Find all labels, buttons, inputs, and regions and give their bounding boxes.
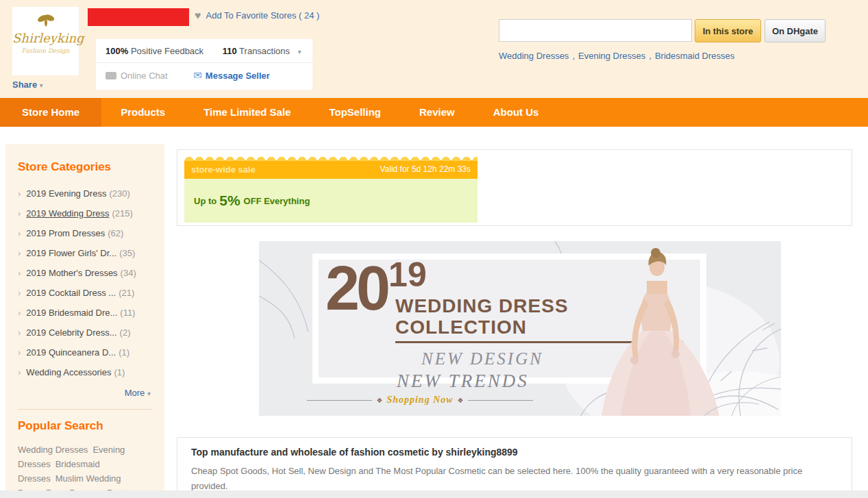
category-count: (11) [120, 308, 135, 318]
add-to-favorites-link[interactable]: ♥Add To Favorite Stores ( 24 ) [195, 10, 319, 22]
quick-link-separator: , [649, 51, 652, 61]
sale-offer-prefix: Up to [194, 196, 216, 206]
popular-search-title: Popular Search [18, 419, 152, 433]
transactions-value: 110 [223, 46, 237, 56]
quick-link-evening-dresses[interactable]: Evening Dresses [578, 51, 645, 61]
category-item[interactable]: ›2019 Wedding Dress(215) [18, 203, 152, 223]
contact-row: Online Chat ✉Message Seller [96, 63, 312, 88]
category-count: (230) [109, 188, 129, 199]
share-link[interactable]: Share ▾ [12, 79, 43, 90]
chevron-right-icon: › [18, 248, 21, 258]
search-in-store-button[interactable]: In this store [695, 19, 761, 42]
message-seller-link[interactable]: ✉Message Seller [193, 71, 270, 81]
banner-divider-rule [395, 341, 683, 343]
category-count: (21) [119, 288, 134, 298]
chevron-down-icon[interactable]: ▾ [298, 48, 301, 55]
sidebar-divider [18, 409, 152, 410]
sale-badge-label: store-wide sale [191, 160, 256, 179]
banner-titles: WEDDING DRESS COLLECTION NEW DESIGN NEW … [395, 295, 700, 392]
chevron-right-icon: › [18, 268, 21, 278]
category-count: (34) [121, 268, 136, 278]
sale-countdown: Valid for 5d 12h 22m 33s [380, 160, 471, 179]
butterfly-icon [36, 14, 55, 27]
category-label[interactable]: 2019 Wedding Dress [26, 208, 109, 219]
category-item[interactable]: ›2019 Prom Dresses(62) [18, 223, 152, 243]
store-wide-sale-card: store-wide sale Valid for 5d 12h 22m 33s… [177, 149, 852, 226]
nav-about-us[interactable]: About Us [474, 98, 558, 127]
store-logo[interactable]: Shirleyking Fashion Design [12, 7, 79, 75]
chevron-right-icon: › [18, 347, 21, 358]
online-chat-link[interactable]: Online Chat [121, 71, 168, 81]
quick-link-bridesmaid-dresses[interactable]: Bridesmaid Dresses [655, 51, 734, 61]
cta-line-right [468, 400, 533, 401]
chevron-right-icon: › [18, 367, 21, 377]
shopping-now-link[interactable]: Shopping Now [386, 395, 453, 406]
chevron-down-icon: ▾ [147, 390, 151, 397]
category-label[interactable]: 2019 Evening Dress [26, 188, 106, 199]
category-item[interactable]: ›2019 Evening Dress(230) [18, 184, 152, 203]
category-label[interactable]: 2019 Celebrity Dress... [26, 327, 116, 338]
category-label[interactable]: 2019 Bridesmaid Dre... [26, 308, 117, 318]
favorite-label[interactable]: Add To Favorite Stores ( 24 ) [206, 10, 320, 21]
banner-text-frame: 20 19 WEDDING DRESS COLLECTION NEW DESIG… [312, 253, 706, 384]
feedback-value: 100% [106, 46, 128, 56]
chevron-right-icon: › [18, 188, 21, 199]
logo-tagline-text: Fashion Design [12, 47, 79, 54]
popular-term[interactable]: Wedding Dresses [18, 445, 88, 455]
category-item[interactable]: ›2019 Cocktail Dress ...(21) [18, 283, 152, 303]
category-label[interactable]: 2019 Quinceanera D... [26, 347, 116, 358]
category-count: (2) [120, 327, 131, 338]
nav-review[interactable]: Review [400, 98, 474, 127]
popular-search-terms: Wedding DressesEvening DressesBridesmaid… [18, 443, 152, 498]
category-list: ›2019 Evening Dress(230) ›2019 Wedding D… [18, 184, 152, 382]
banner-subtitle-line2: NEW TRENDS [397, 371, 700, 392]
envelope-icon: ✉ [193, 69, 202, 81]
chevron-right-icon: › [18, 327, 21, 338]
sale-ribbon: store-wide sale Valid for 5d 12h 22m 33s [184, 160, 478, 179]
sidebar: Store Categories ›2019 Evening Dress(230… [5, 144, 164, 498]
ornament-icon: ❖ [376, 397, 382, 404]
store-description-title: Top manufacture and wholesale of fashion… [191, 447, 838, 458]
category-item[interactable]: ›2019 Flower Girls' Dr...(35) [18, 243, 152, 263]
nav-time-limited-sale[interactable]: Time Limited Sale [184, 98, 310, 127]
store-header: Shirleyking Fashion Design Share ▾ ♥Add … [0, 0, 868, 98]
nav-products[interactable]: Products [101, 98, 184, 127]
banner-title-line1: WEDDING DRESS [395, 295, 700, 316]
category-item[interactable]: ›2019 Quinceanera D...(1) [18, 343, 152, 362]
search-on-dhgate-button[interactable]: On DHgate [765, 19, 826, 42]
category-count: (215) [112, 208, 133, 219]
category-label[interactable]: Wedding Accessories [26, 367, 111, 377]
category-label[interactable]: 2019 Mother's Dresses [26, 268, 117, 278]
quick-link-wedding-dresses[interactable]: Wedding Dresses [499, 51, 569, 61]
page-bottom-band [0, 490, 868, 498]
promo-banner[interactable]: 20 19 WEDDING DRESS COLLECTION NEW DESIG… [259, 241, 781, 416]
category-item[interactable]: ›Wedding Accessories(1) [18, 362, 152, 382]
quick-link-separator: , [572, 51, 575, 61]
sale-offer-value: 5% [219, 192, 240, 209]
category-item[interactable]: ›2019 Mother's Dresses(34) [18, 263, 152, 283]
feedback-label: Positive Feedback [131, 46, 203, 56]
logo-brand-text: Shirleyking [12, 32, 79, 45]
banner-title-line2: COLLECTION [395, 316, 700, 338]
ornament-icon: ❖ [458, 397, 464, 404]
category-label[interactable]: 2019 Cocktail Dress ... [26, 288, 116, 298]
nav-top-selling[interactable]: TopSelling [310, 98, 400, 127]
category-label[interactable]: 2019 Prom Dresses [26, 228, 105, 238]
category-item[interactable]: ›2019 Bridesmaid Dre...(11) [18, 303, 152, 323]
category-count: (1) [114, 367, 125, 377]
search-input[interactable] [499, 19, 692, 42]
sale-offer: Up to 5% OFF Everything [184, 179, 478, 223]
cta-line-left [307, 400, 372, 401]
chevron-right-icon: › [18, 228, 21, 238]
nav-store-home[interactable]: Store Home [0, 98, 101, 127]
category-count: (1) [119, 347, 129, 358]
banner-cta-row[interactable]: ❖ Shopping Now ❖ [307, 395, 533, 406]
category-item[interactable]: ›2019 Celebrity Dress...(2) [18, 323, 152, 343]
categories-more-link[interactable]: More ▾ [19, 388, 151, 398]
store-description-body: Cheap Spot Goods, Hot Sell, New Design a… [191, 464, 838, 494]
category-label[interactable]: 2019 Flower Girls' Dr... [26, 248, 116, 258]
chevron-right-icon: › [18, 308, 21, 318]
transactions-label: Transactions [239, 46, 290, 56]
chat-bubble-icon [106, 72, 116, 79]
store-description-card: Top manufacture and wholesale of fashion… [177, 437, 852, 496]
